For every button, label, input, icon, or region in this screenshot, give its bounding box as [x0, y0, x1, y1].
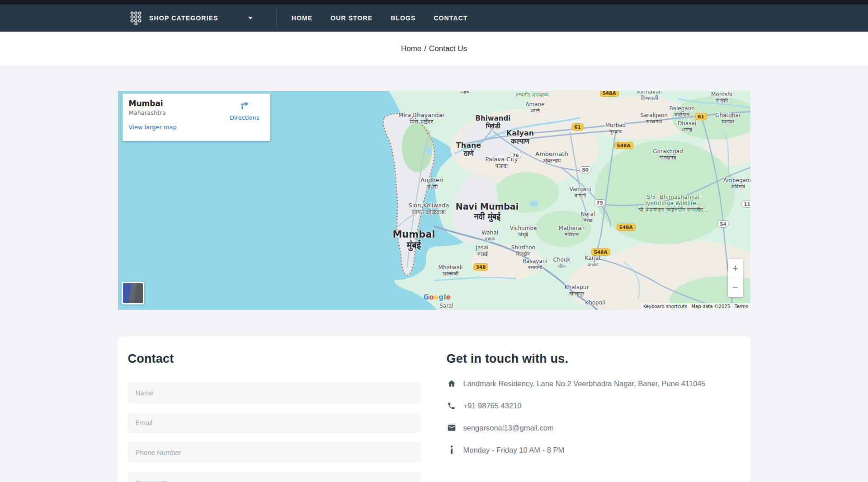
nav-link-blogs[interactable]: BLOGS [391, 14, 415, 22]
get-in-touch-column: Get in touch with us. Landmark Residency… [447, 352, 741, 482]
google-logo-letter: e [446, 293, 451, 301]
contact-info-text: sengarsonal13@gmail.com [463, 424, 554, 432]
contact-info-row-mail: sengarsonal13@gmail.com [447, 423, 741, 433]
contact-info-row-info: Monday - Friday 10 AM - 8 PM [447, 445, 741, 455]
nav-link-home[interactable]: HOME [292, 14, 312, 22]
map-info-card: Mumbai Maharashtra View larger map Direc… [123, 94, 270, 141]
keyboard-shortcuts-link[interactable]: Keyboard shortcuts [641, 303, 689, 310]
directions-label: Directions [230, 114, 259, 121]
info-icon [447, 445, 457, 455]
home-icon [447, 379, 457, 388]
mail-icon [447, 423, 457, 433]
google-map-embed[interactable]: MumbaiमुंबईNavi Mumbaiनवी मुंबईThaneठाणे… [118, 91, 750, 310]
google-logo-letter: g [439, 293, 443, 301]
map-data-label: Map data ©2025 [689, 303, 732, 310]
breadcrumb: Home / Contact Us [401, 44, 467, 53]
contact-info-text: Landmark Residency, Lane No.2 Veerbhadra… [463, 379, 706, 388]
shop-categories-dropdown[interactable]: SHOP CATEGORIES [130, 11, 253, 25]
contact-section: Contact Get in touch with us. Landmark R… [118, 337, 750, 482]
contact-heading: Contact [128, 352, 421, 366]
google-logo-letter: o [434, 293, 439, 301]
contact-info-row-phone: +91 98765 43210 [447, 401, 741, 411]
contact-info-row-home: Landmark Residency, Lane No.2 Veerbhadra… [447, 379, 741, 388]
map-zoom-control: + − [728, 259, 743, 297]
get-in-touch-list: Landmark Residency, Lane No.2 Veerbhadra… [447, 379, 741, 455]
dialpad-icon [130, 11, 142, 25]
phone-field[interactable] [128, 442, 421, 463]
email-field[interactable] [128, 412, 421, 433]
contact-info-text: +91 98765 43210 [463, 402, 522, 410]
contact-form [128, 383, 421, 482]
breadcrumb-separator: / [424, 44, 426, 53]
directions-button[interactable]: Directions [230, 100, 259, 121]
zoom-out-button[interactable]: − [728, 278, 743, 297]
satellite-inset-toggle[interactable] [122, 282, 144, 304]
satellite-thumbnail [123, 283, 143, 303]
phone-icon [447, 401, 457, 411]
name-field[interactable] [128, 383, 421, 403]
breadcrumb-home-link[interactable]: Home [401, 44, 421, 53]
google-logo[interactable]: Google [424, 293, 451, 301]
nav-link-contact[interactable]: CONTACT [434, 14, 467, 22]
contact-info-text: Monday - Friday 10 AM - 8 PM [463, 446, 565, 454]
breadcrumb-current: Contact Us [429, 44, 467, 53]
contact-form-column: Contact [128, 352, 421, 482]
nav-links: HOMEOUR STOREBLOGSCONTACT [292, 14, 468, 22]
map-attribution: Keyboard shortcuts Map data ©2025 Terms [641, 303, 750, 310]
terms-link[interactable]: Terms [732, 303, 750, 310]
view-larger-map-link[interactable]: View larger map [129, 124, 177, 131]
shop-categories-label: SHOP CATEGORIES [149, 14, 218, 22]
google-logo-letter: G [424, 293, 429, 301]
get-in-touch-heading: Get in touch with us. [447, 352, 741, 366]
breadcrumb-bar: Home / Contact Us [0, 32, 868, 66]
chevron-down-icon [248, 17, 253, 19]
google-logo-letter: o [429, 293, 434, 301]
zoom-in-button[interactable]: + [728, 259, 743, 278]
directions-icon [239, 100, 250, 111]
top-strip [0, 0, 868, 5]
navbar-divider [276, 9, 277, 28]
main-navbar: SHOP CATEGORIES HOMEOUR STOREBLOGSCONTAC… [0, 5, 868, 32]
nav-link-our-store[interactable]: OUR STORE [330, 14, 373, 22]
comments-field[interactable] [128, 472, 421, 482]
